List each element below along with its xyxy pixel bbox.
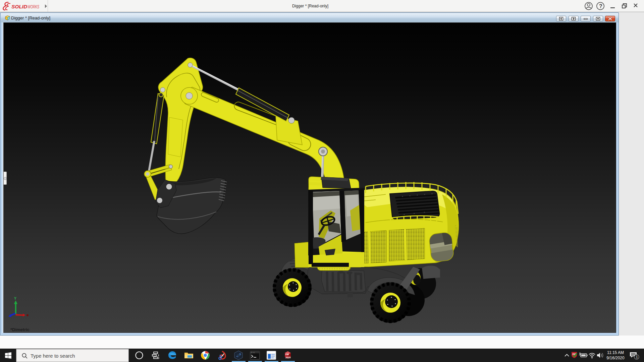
svg-text:?: ? <box>599 3 602 9</box>
svg-text:2020: 2020 <box>285 356 291 359</box>
svg-text:C:\\: C:\\ <box>251 352 255 354</box>
svg-text:SW: SW <box>285 353 289 356</box>
svg-text:Y: Y <box>14 297 16 300</box>
svg-text:1: 1 <box>636 355 638 359</box>
